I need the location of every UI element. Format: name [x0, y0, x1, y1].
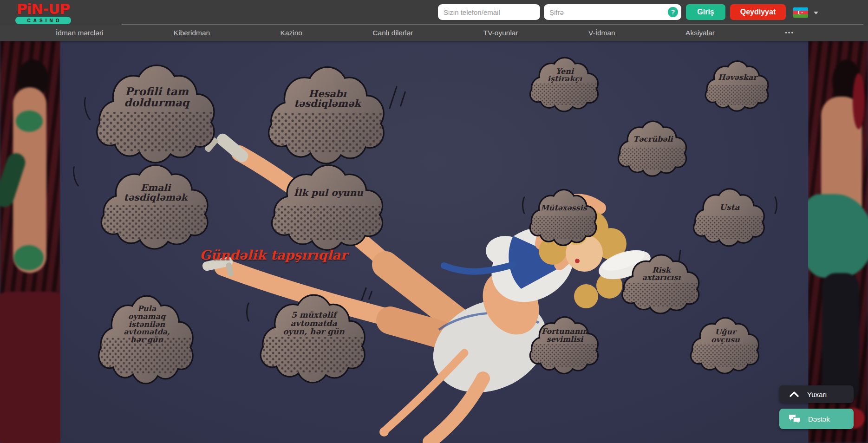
achievement-badge-risk-seeker[interactable]: Riskaxtarıcısı: [621, 252, 701, 306]
left-showgirl-photo: [0, 41, 60, 443]
nav-item-5[interactable]: V-İdman: [588, 29, 615, 37]
achievement-badge-expert[interactable]: Mütəxəssis: [529, 187, 598, 239]
main-nav: İdman mərcləriKiberidmanKazinoCanlı dile…: [0, 25, 868, 41]
logo-casino-label: CASINO: [15, 17, 71, 24]
achievement-badge-luck-hunter[interactable]: Uğurovçusu: [690, 315, 761, 367]
badge-label: Profili tamdoldurmaq: [104, 72, 210, 123]
nav-item-4[interactable]: TV-oyunlar: [483, 29, 518, 37]
nav-item-6[interactable]: Aksiyalar: [685, 29, 715, 37]
achievement-badge-five-slots[interactable]: 5 müxtəlifavtomatdaoyun, hər gün: [259, 290, 368, 372]
pinup-casino-page: { "header": { "logo": { "line1": "PiN-UP…: [0, 0, 868, 443]
nav-item-1[interactable]: Kiberidman: [174, 29, 210, 37]
arc-decoration: [246, 300, 257, 324]
badge-label: Yeniiştirakçı: [535, 61, 595, 90]
badge-label: 5 müxtəlifavtomatdaoyun, hər gün: [267, 300, 360, 347]
badge-label: Emalitəsdiqləmək: [108, 170, 203, 215]
language-selector[interactable]: [793, 7, 820, 19]
badge-label: Riskaxtarıcısı: [627, 259, 696, 289]
chevron-up-icon: [790, 391, 799, 397]
badge-label: Təcrübəli: [623, 125, 684, 154]
nav-more-button[interactable]: •••: [785, 31, 794, 35]
pinup-girl-illustration: [186, 111, 673, 443]
password-input[interactable]: [544, 4, 681, 20]
arc-decoration: [71, 162, 88, 189]
achievement-badge-email-verify[interactable]: Emalitəsdiqləmək: [100, 160, 211, 239]
right-stockinged-legs: [822, 273, 859, 403]
right-red-drape: [853, 73, 865, 129]
arc-decoration: [767, 194, 777, 216]
achievement-badge-experienced[interactable]: Təcrübəli: [618, 118, 688, 169]
nav-item-3[interactable]: Canlı dilerlər: [372, 29, 413, 37]
achievement-badge-fortune-favorite[interactable]: Fortunanınsevimlisi: [529, 314, 600, 367]
password-help-icon[interactable]: ?: [668, 7, 678, 17]
header-divider: [122, 24, 863, 25]
achievement-badge-play-for-money[interactable]: Pulaoynamaqistənilənavtomatda,hər gün: [98, 291, 196, 373]
back-to-top-label: Yuxarı: [807, 391, 827, 398]
achievement-badge-amateur[interactable]: Həvəskar: [705, 59, 770, 105]
phone-email-input[interactable]: [438, 4, 540, 20]
speedline-decoration: [400, 91, 406, 106]
badge-label: Mütəxəssis: [534, 194, 593, 223]
pinup-logo[interactable]: PiN-UP CASINO: [15, 2, 71, 24]
top-header: PiN-UP CASINO ? Giriş Qeydiyyat: [0, 0, 868, 25]
login-button[interactable]: Giriş: [686, 4, 725, 20]
chat-bubbles-icon: [789, 414, 801, 424]
badge-label: Usta: [698, 193, 761, 222]
back-to-top-button[interactable]: Yuxarı: [779, 385, 854, 403]
nav-item-2[interactable]: Kazino: [281, 29, 302, 37]
right-green-ruffle-skirt: [808, 194, 868, 278]
password-field-wrap: ?: [544, 4, 681, 20]
left-figure-green-top: [16, 111, 43, 132]
logo-text: PiN-UP: [15, 2, 71, 16]
achievement-badge-master[interactable]: Usta: [693, 186, 766, 239]
badge-label: İlk pul oyunu: [279, 170, 379, 215]
badge-label: Hesabıtəsdiqləmək: [275, 73, 379, 124]
register-button[interactable]: Qeydiyyat: [730, 4, 786, 20]
right-showgirl-photo: [808, 41, 868, 443]
achievement-badge-new-participant[interactable]: Yeniiştirakçı: [529, 55, 600, 105]
badge-label: Fortunanınsevimlisi: [535, 321, 595, 351]
badge-label: Həvəskar: [710, 65, 765, 91]
support-label: Dəstək: [808, 415, 830, 423]
badge-label: Uğurovçusu: [695, 322, 756, 351]
badge-label: Pulaoynamaqistənilənavtomatda,hər gün: [104, 301, 189, 348]
azerbaijan-flag-icon: [793, 7, 808, 18]
achievement-badge-first-money-game[interactable]: İlk pul oyunu: [270, 160, 386, 240]
nav-item-0[interactable]: İdman mərcləri: [56, 29, 104, 37]
chevron-down-icon: [814, 12, 818, 14]
support-button[interactable]: Dəstək: [779, 409, 854, 429]
left-red-sofa: [0, 292, 60, 443]
left-figure-green-bottom: [14, 245, 44, 270]
achievement-badge-account-verify[interactable]: Hesabıtəsdiqləmək: [267, 61, 388, 152]
daily-tasks-label: Gündəlik tapşırıqlar: [200, 248, 347, 263]
speedline-decoration: [389, 86, 398, 109]
achievement-badge-profile-fill[interactable]: Profili tamdoldurmaq: [95, 59, 218, 151]
